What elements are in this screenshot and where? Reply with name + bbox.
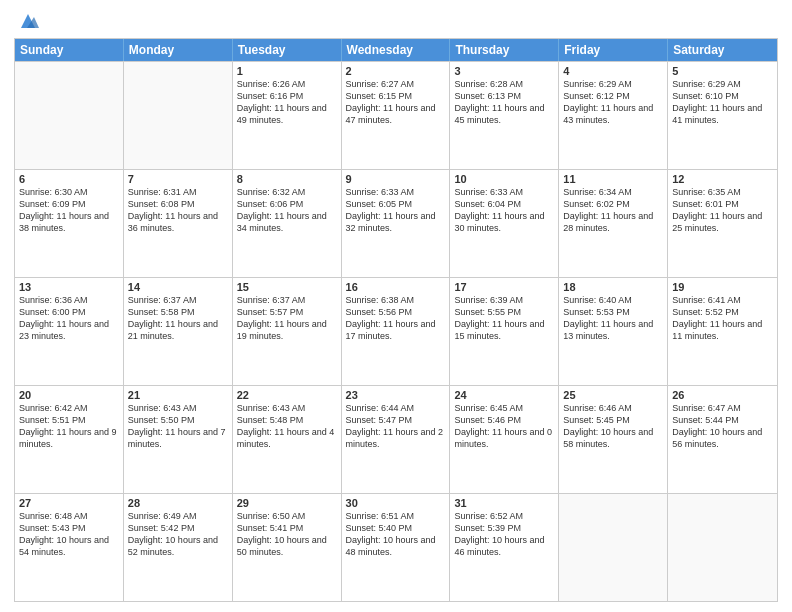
day-number: 1 [237, 65, 337, 77]
cell-info: Sunrise: 6:37 AM Sunset: 5:57 PM Dayligh… [237, 294, 337, 343]
cell-info: Sunrise: 6:45 AM Sunset: 5:46 PM Dayligh… [454, 402, 554, 451]
day-number: 9 [346, 173, 446, 185]
day-number: 21 [128, 389, 228, 401]
header-day-tuesday: Tuesday [233, 39, 342, 61]
cell-info: Sunrise: 6:36 AM Sunset: 6:00 PM Dayligh… [19, 294, 119, 343]
cal-cell: 6Sunrise: 6:30 AM Sunset: 6:09 PM Daylig… [15, 170, 124, 277]
day-number: 26 [672, 389, 773, 401]
cell-info: Sunrise: 6:33 AM Sunset: 6:05 PM Dayligh… [346, 186, 446, 235]
cal-cell: 1Sunrise: 6:26 AM Sunset: 6:16 PM Daylig… [233, 62, 342, 169]
cal-cell [559, 494, 668, 601]
cell-info: Sunrise: 6:52 AM Sunset: 5:39 PM Dayligh… [454, 510, 554, 559]
header-day-wednesday: Wednesday [342, 39, 451, 61]
cal-cell: 31Sunrise: 6:52 AM Sunset: 5:39 PM Dayli… [450, 494, 559, 601]
day-number: 8 [237, 173, 337, 185]
header-day-sunday: Sunday [15, 39, 124, 61]
day-number: 15 [237, 281, 337, 293]
day-number: 11 [563, 173, 663, 185]
day-number: 19 [672, 281, 773, 293]
cal-cell: 3Sunrise: 6:28 AM Sunset: 6:13 PM Daylig… [450, 62, 559, 169]
header-day-monday: Monday [124, 39, 233, 61]
day-number: 14 [128, 281, 228, 293]
logo [14, 10, 39, 32]
cal-cell: 10Sunrise: 6:33 AM Sunset: 6:04 PM Dayli… [450, 170, 559, 277]
day-number: 20 [19, 389, 119, 401]
cal-cell: 8Sunrise: 6:32 AM Sunset: 6:06 PM Daylig… [233, 170, 342, 277]
week-row-0: 1Sunrise: 6:26 AM Sunset: 6:16 PM Daylig… [15, 61, 777, 169]
cal-cell: 9Sunrise: 6:33 AM Sunset: 6:05 PM Daylig… [342, 170, 451, 277]
cal-cell: 28Sunrise: 6:49 AM Sunset: 5:42 PM Dayli… [124, 494, 233, 601]
cell-info: Sunrise: 6:46 AM Sunset: 5:45 PM Dayligh… [563, 402, 663, 451]
day-number: 4 [563, 65, 663, 77]
day-number: 24 [454, 389, 554, 401]
cell-info: Sunrise: 6:44 AM Sunset: 5:47 PM Dayligh… [346, 402, 446, 451]
day-number: 7 [128, 173, 228, 185]
day-number: 5 [672, 65, 773, 77]
cell-info: Sunrise: 6:38 AM Sunset: 5:56 PM Dayligh… [346, 294, 446, 343]
cal-cell: 19Sunrise: 6:41 AM Sunset: 5:52 PM Dayli… [668, 278, 777, 385]
day-number: 12 [672, 173, 773, 185]
cell-info: Sunrise: 6:37 AM Sunset: 5:58 PM Dayligh… [128, 294, 228, 343]
day-number: 2 [346, 65, 446, 77]
cell-info: Sunrise: 6:48 AM Sunset: 5:43 PM Dayligh… [19, 510, 119, 559]
logo-icon [17, 10, 39, 32]
cell-info: Sunrise: 6:49 AM Sunset: 5:42 PM Dayligh… [128, 510, 228, 559]
calendar: SundayMondayTuesdayWednesdayThursdayFrid… [14, 38, 778, 602]
day-number: 29 [237, 497, 337, 509]
cell-info: Sunrise: 6:34 AM Sunset: 6:02 PM Dayligh… [563, 186, 663, 235]
cal-cell: 5Sunrise: 6:29 AM Sunset: 6:10 PM Daylig… [668, 62, 777, 169]
cal-cell: 11Sunrise: 6:34 AM Sunset: 6:02 PM Dayli… [559, 170, 668, 277]
cell-info: Sunrise: 6:27 AM Sunset: 6:15 PM Dayligh… [346, 78, 446, 127]
cell-info: Sunrise: 6:28 AM Sunset: 6:13 PM Dayligh… [454, 78, 554, 127]
day-number: 22 [237, 389, 337, 401]
cal-cell: 25Sunrise: 6:46 AM Sunset: 5:45 PM Dayli… [559, 386, 668, 493]
cal-cell [15, 62, 124, 169]
cell-info: Sunrise: 6:39 AM Sunset: 5:55 PM Dayligh… [454, 294, 554, 343]
day-number: 23 [346, 389, 446, 401]
cell-info: Sunrise: 6:40 AM Sunset: 5:53 PM Dayligh… [563, 294, 663, 343]
day-number: 30 [346, 497, 446, 509]
page: SundayMondayTuesdayWednesdayThursdayFrid… [0, 0, 792, 612]
cal-cell: 26Sunrise: 6:47 AM Sunset: 5:44 PM Dayli… [668, 386, 777, 493]
cal-cell [668, 494, 777, 601]
calendar-header-row: SundayMondayTuesdayWednesdayThursdayFrid… [15, 39, 777, 61]
day-number: 28 [128, 497, 228, 509]
cal-cell: 18Sunrise: 6:40 AM Sunset: 5:53 PM Dayli… [559, 278, 668, 385]
cell-info: Sunrise: 6:29 AM Sunset: 6:12 PM Dayligh… [563, 78, 663, 127]
cell-info: Sunrise: 6:43 AM Sunset: 5:48 PM Dayligh… [237, 402, 337, 451]
cell-info: Sunrise: 6:30 AM Sunset: 6:09 PM Dayligh… [19, 186, 119, 235]
cell-info: Sunrise: 6:35 AM Sunset: 6:01 PM Dayligh… [672, 186, 773, 235]
day-number: 25 [563, 389, 663, 401]
cal-cell: 23Sunrise: 6:44 AM Sunset: 5:47 PM Dayli… [342, 386, 451, 493]
header-day-thursday: Thursday [450, 39, 559, 61]
cell-info: Sunrise: 6:50 AM Sunset: 5:41 PM Dayligh… [237, 510, 337, 559]
cal-cell: 16Sunrise: 6:38 AM Sunset: 5:56 PM Dayli… [342, 278, 451, 385]
cal-cell: 4Sunrise: 6:29 AM Sunset: 6:12 PM Daylig… [559, 62, 668, 169]
week-row-3: 20Sunrise: 6:42 AM Sunset: 5:51 PM Dayli… [15, 385, 777, 493]
cal-cell: 21Sunrise: 6:43 AM Sunset: 5:50 PM Dayli… [124, 386, 233, 493]
cell-info: Sunrise: 6:51 AM Sunset: 5:40 PM Dayligh… [346, 510, 446, 559]
day-number: 10 [454, 173, 554, 185]
cal-cell: 12Sunrise: 6:35 AM Sunset: 6:01 PM Dayli… [668, 170, 777, 277]
cal-cell: 24Sunrise: 6:45 AM Sunset: 5:46 PM Dayli… [450, 386, 559, 493]
cal-cell: 20Sunrise: 6:42 AM Sunset: 5:51 PM Dayli… [15, 386, 124, 493]
cell-info: Sunrise: 6:33 AM Sunset: 6:04 PM Dayligh… [454, 186, 554, 235]
cell-info: Sunrise: 6:31 AM Sunset: 6:08 PM Dayligh… [128, 186, 228, 235]
cal-cell [124, 62, 233, 169]
cal-cell: 17Sunrise: 6:39 AM Sunset: 5:55 PM Dayli… [450, 278, 559, 385]
header [14, 10, 778, 32]
cal-cell: 22Sunrise: 6:43 AM Sunset: 5:48 PM Dayli… [233, 386, 342, 493]
cell-info: Sunrise: 6:47 AM Sunset: 5:44 PM Dayligh… [672, 402, 773, 451]
cal-cell: 14Sunrise: 6:37 AM Sunset: 5:58 PM Dayli… [124, 278, 233, 385]
week-row-4: 27Sunrise: 6:48 AM Sunset: 5:43 PM Dayli… [15, 493, 777, 601]
day-number: 27 [19, 497, 119, 509]
cell-info: Sunrise: 6:32 AM Sunset: 6:06 PM Dayligh… [237, 186, 337, 235]
cal-cell: 30Sunrise: 6:51 AM Sunset: 5:40 PM Dayli… [342, 494, 451, 601]
cell-info: Sunrise: 6:26 AM Sunset: 6:16 PM Dayligh… [237, 78, 337, 127]
cal-cell: 15Sunrise: 6:37 AM Sunset: 5:57 PM Dayli… [233, 278, 342, 385]
cal-cell: 2Sunrise: 6:27 AM Sunset: 6:15 PM Daylig… [342, 62, 451, 169]
day-number: 31 [454, 497, 554, 509]
header-day-saturday: Saturday [668, 39, 777, 61]
day-number: 17 [454, 281, 554, 293]
cal-cell: 29Sunrise: 6:50 AM Sunset: 5:41 PM Dayli… [233, 494, 342, 601]
